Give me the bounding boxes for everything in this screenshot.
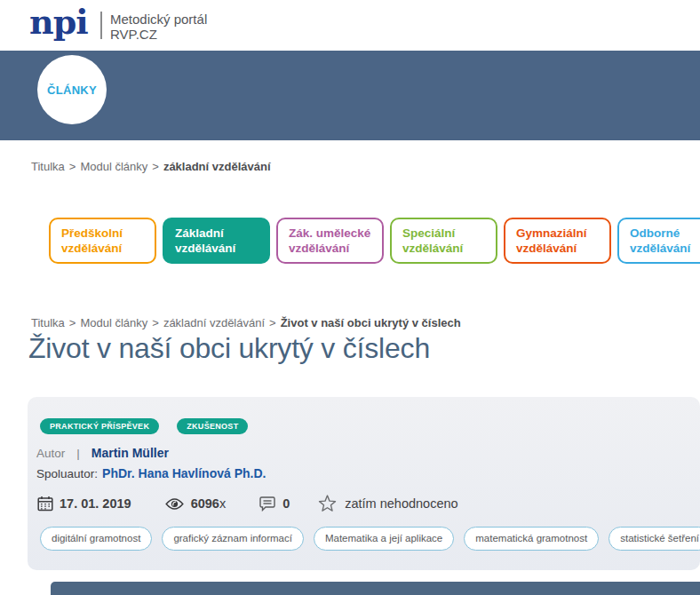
tab-label-line1: Speciální — [402, 226, 496, 241]
breadcrumb-separator: > — [269, 316, 276, 329]
breadcrumb-item-titulka[interactable]: Titulka — [31, 160, 65, 173]
module-badge-clanky[interactable]: ČLÁNKY — [37, 55, 107, 124]
comments-icon — [259, 496, 275, 512]
tab-zakladni-vzdelavani-active[interactable]: Základní vzdělávání — [163, 218, 270, 264]
badge-prakticky-prispevek[interactable]: PRAKTICKÝ PŘÍSPĚVEK — [40, 418, 159, 434]
portal-name-line1: Metodický portál — [110, 12, 207, 27]
article-stats-row: 17. 01. 2019 6096x 0 — [37, 495, 458, 512]
author-separator: | — [76, 447, 80, 460]
tab-specialni-vzdelavani[interactable]: Speciální vzdělávání — [390, 218, 497, 264]
tag-list: digitální gramotnost grafický záznam inf… — [40, 527, 700, 551]
article-breadcrumb: Titulka>Modul články>základní vzdělávání… — [31, 316, 461, 329]
tab-label-line2: vzdělávání — [289, 241, 382, 256]
publish-date: 17. 01. 2019 — [60, 496, 131, 511]
page: npi Metodický portál RVP.CZ ČLÁNKY Titul… — [0, 0, 700, 595]
education-level-tabs: Předškolní vzdělávání Základní vzděláván… — [49, 218, 700, 264]
tab-label-line1: Základní — [175, 226, 268, 241]
breadcrumb-item-current: základní vzdělávání — [163, 160, 271, 173]
portal-name: Metodický portál RVP.CZ — [110, 12, 207, 42]
site-header: npi Metodický portál RVP.CZ — [0, 0, 700, 51]
breadcrumb: Titulka>Modul články>základní vzdělávání — [31, 160, 271, 173]
badge-zkusenost[interactable]: ZKUŠENOST — [177, 418, 248, 434]
tag-matematika-a-jeji-aplikace[interactable]: Matematika a její aplikace — [314, 527, 454, 551]
article-type-badges: PRAKTICKÝ PŘÍSPĚVEK ZKUŠENOST — [40, 418, 248, 434]
breadcrumb-item-modul-clanky[interactable]: Modul články — [80, 160, 147, 173]
tab-label-line1: Zák. umělecké — [289, 226, 382, 241]
views-eye-icon — [165, 497, 184, 511]
logo-divider — [100, 12, 102, 39]
tab-gymnazialni-vzdelavani[interactable]: Gymnaziální vzdělávání — [504, 218, 611, 264]
coauthor-row: Spoluautor: PhDr. Hana Havlínová Ph.D. — [36, 466, 266, 480]
tab-label-line2: vzdělávání — [175, 241, 268, 256]
breadcrumb-separator: > — [152, 316, 159, 329]
tab-label-line2: vzdělávání — [630, 241, 700, 256]
views-suffix: x — [219, 496, 226, 511]
tag-digitalni-gramotnost[interactable]: digitální gramotnost — [40, 527, 152, 551]
coauthor-name-link[interactable]: PhDr. Hana Havlínová Ph.D. — [102, 466, 266, 480]
npi-logo[interactable]: npi — [29, 2, 88, 42]
author-row: Autor | Martin Müller — [36, 446, 169, 460]
breadcrumb-item-titulka[interactable]: Titulka — [31, 316, 65, 329]
tag-matematicka-gramotnost[interactable]: matematická gramotnost — [464, 527, 599, 551]
calendar-icon — [37, 496, 53, 512]
page-title: Život v naší obci ukrytý v číslech — [28, 332, 430, 365]
module-banner: ČLÁNKY — [0, 51, 700, 140]
next-section-bar — [51, 582, 700, 595]
breadcrumb-separator: > — [152, 160, 159, 173]
author-name-link[interactable]: Martin Müller — [91, 446, 169, 460]
rating-text: zatím nehodnoceno — [345, 496, 457, 511]
tab-predskolni-vzdelavani[interactable]: Předškolní vzdělávání — [49, 218, 156, 264]
breadcrumb-separator: > — [69, 160, 76, 173]
breadcrumb-item-modul-clanky[interactable]: Modul články — [80, 316, 147, 329]
breadcrumb-item-current-article: Život v naší obci ukrytý v číslech — [281, 316, 461, 329]
tab-label-line2: vzdělávání — [402, 241, 496, 256]
coauthor-label: Spoluautor: — [36, 467, 98, 480]
rating-star-icon[interactable] — [318, 495, 337, 512]
tab-zak-umelecke-vzdelavani[interactable]: Zák. umělecké vzdělávání — [276, 218, 384, 264]
module-badge-label: ČLÁNKY — [47, 83, 97, 97]
article-meta-card: PRAKTICKÝ PŘÍSPĚVEK ZKUŠENOST Autor | Ma… — [28, 397, 700, 570]
views-count: 6096x — [191, 496, 227, 511]
tab-label-line1: Gymnaziální — [516, 226, 609, 241]
tag-graficky-zaznam-informaci[interactable]: grafický záznam informací — [162, 527, 304, 551]
breadcrumb-separator: > — [69, 316, 76, 329]
tab-label-line2: vzdělávání — [516, 241, 609, 256]
portal-name-line2: RVP.CZ — [110, 27, 207, 42]
tab-label-line1: Odborné — [630, 226, 700, 241]
tab-label-line2: vzdělávání — [61, 241, 155, 256]
author-label: Autor — [36, 447, 65, 460]
tab-label-line1: Předškolní — [61, 226, 155, 241]
tab-odborne-vzdelavani[interactable]: Odborné vzdělávání — [617, 218, 700, 264]
breadcrumb-item-zakladni-vzdelavani[interactable]: základní vzdělávání — [163, 316, 265, 329]
tag-statisticke-setreni[interactable]: statistické šetření — [609, 527, 700, 551]
comments-count: 0 — [282, 496, 290, 511]
